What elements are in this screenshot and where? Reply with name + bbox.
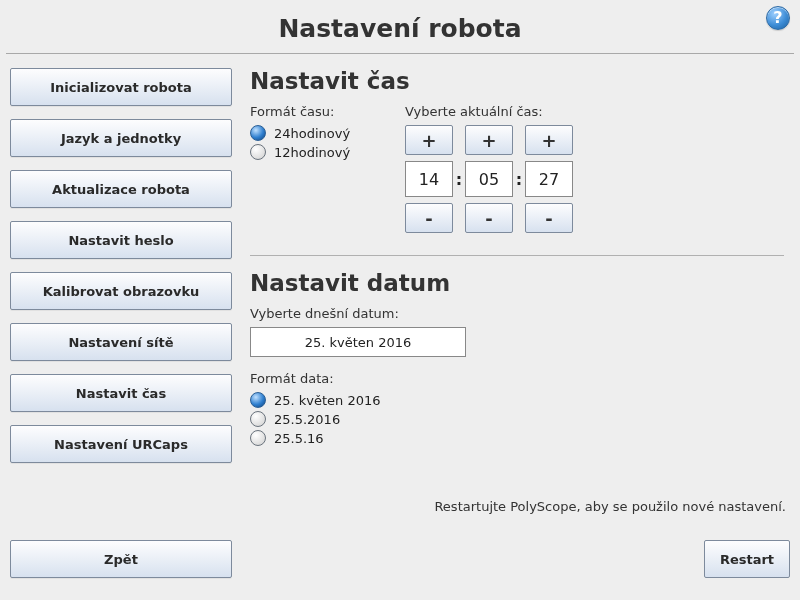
- radio-24h[interactable]: 24hodinový: [250, 125, 405, 141]
- radio-icon: [250, 392, 266, 408]
- radio-label: 25. květen 2016: [274, 393, 381, 408]
- sidebar-item-set-password[interactable]: Nastavit heslo: [10, 221, 232, 259]
- date-pick-label: Vyberte dnešní datum:: [250, 306, 784, 321]
- radio-icon: [250, 125, 266, 141]
- time-spinner: + + + 14 : 05 : 27 - - -: [405, 125, 573, 233]
- colon: :: [513, 170, 525, 189]
- second-down-button[interactable]: -: [525, 203, 573, 233]
- main-panel: Nastavit čas Formát času: 24hodinový 12h…: [250, 68, 790, 463]
- sidebar-item-update-robot[interactable]: Aktualizace robota: [10, 170, 232, 208]
- sidebar-item-language-units[interactable]: Jazyk a jednotky: [10, 119, 232, 157]
- radio-date-mid[interactable]: 25.5.2016: [250, 411, 784, 427]
- hour-down-button[interactable]: -: [405, 203, 453, 233]
- sidebar-item-initialize-robot[interactable]: Inicializovat robota: [10, 68, 232, 106]
- date-format-label: Formát data:: [250, 371, 784, 386]
- minute-value[interactable]: 05: [465, 161, 513, 197]
- restart-note: Restartujte PolyScope, aby se použilo no…: [434, 499, 786, 514]
- colon: :: [453, 170, 465, 189]
- radio-icon: [250, 411, 266, 427]
- back-button[interactable]: Zpět: [10, 540, 232, 578]
- time-format-label: Formát času:: [250, 104, 405, 119]
- help-icon[interactable]: ?: [766, 6, 790, 30]
- page-title: Nastavení robota: [0, 0, 800, 53]
- sidebar-item-calibrate-screen[interactable]: Kalibrovat obrazovku: [10, 272, 232, 310]
- radio-label: 25.5.16: [274, 431, 324, 446]
- minute-down-button[interactable]: -: [465, 203, 513, 233]
- radio-date-long[interactable]: 25. květen 2016: [250, 392, 784, 408]
- radio-label: 25.5.2016: [274, 412, 340, 427]
- date-input[interactable]: 25. květen 2016: [250, 327, 466, 357]
- radio-12h[interactable]: 12hodinový: [250, 144, 405, 160]
- radio-icon: [250, 144, 266, 160]
- divider: [250, 255, 784, 256]
- radio-icon: [250, 430, 266, 446]
- time-heading: Nastavit čas: [250, 68, 784, 94]
- sidebar-item-urcaps-settings[interactable]: Nastavení URCaps: [10, 425, 232, 463]
- sidebar: Inicializovat robota Jazyk a jednotky Ak…: [10, 68, 232, 463]
- sidebar-item-set-time[interactable]: Nastavit čas: [10, 374, 232, 412]
- date-heading: Nastavit datum: [250, 270, 784, 296]
- minute-up-button[interactable]: +: [465, 125, 513, 155]
- radio-label: 12hodinový: [274, 145, 350, 160]
- radio-label: 24hodinový: [274, 126, 350, 141]
- sidebar-item-network-settings[interactable]: Nastavení sítě: [10, 323, 232, 361]
- hour-up-button[interactable]: +: [405, 125, 453, 155]
- restart-button[interactable]: Restart: [704, 540, 790, 578]
- hour-value[interactable]: 14: [405, 161, 453, 197]
- radio-date-short[interactable]: 25.5.16: [250, 430, 784, 446]
- time-pick-label: Vyberte aktuální čas:: [405, 104, 573, 119]
- second-up-button[interactable]: +: [525, 125, 573, 155]
- second-value[interactable]: 27: [525, 161, 573, 197]
